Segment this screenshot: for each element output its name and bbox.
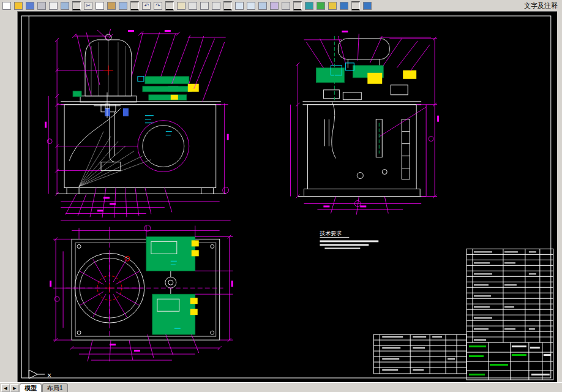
toolbar-icon-glyph <box>363 2 372 10</box>
toolbar-icon-glyph <box>270 2 279 10</box>
toolbar-separator <box>72 1 81 10</box>
toolbar-icon-glyph <box>328 2 337 10</box>
toolbar-icon-glyph <box>177 2 185 10</box>
right-dock <box>557 11 562 383</box>
cut-icon[interactable]: ✂ <box>83 1 94 10</box>
tab-model[interactable]: 模型 <box>20 383 42 392</box>
shade-icon[interactable] <box>304 1 315 10</box>
toolbar-icon-glyph <box>282 2 290 10</box>
title-block <box>466 249 553 380</box>
prev-tab-button[interactable]: ◀ <box>1 384 10 392</box>
cad-application-window: ✂ ↶ ↷ <box>0 0 562 392</box>
toolbar-icon-glyph <box>317 2 325 10</box>
properties-icon[interactable] <box>257 1 268 10</box>
title-block-green-text-marks <box>469 345 526 375</box>
plot-preview-icon[interactable] <box>48 1 59 10</box>
toolbar-icon-glyph <box>340 2 348 10</box>
toolbar-icon-glyph <box>37 2 46 10</box>
toolbar-icon-glyph <box>258 2 267 10</box>
tool-palettes-icon[interactable] <box>280 1 291 10</box>
main-toolbar: ✂ ↶ ↷ <box>0 0 562 12</box>
tab-nav-glyph: ▶ <box>13 386 16 390</box>
copy-icon[interactable] <box>94 1 105 10</box>
ucs-icon: X <box>29 370 51 379</box>
orbit-icon[interactable] <box>315 1 326 10</box>
publish-icon[interactable] <box>59 1 70 10</box>
toolbar-icon-glyph <box>200 2 209 10</box>
toolbar-separator <box>223 1 232 10</box>
toolbar-icon-glyph <box>14 2 23 10</box>
front-view <box>45 29 230 220</box>
layer-properties-icon[interactable] <box>245 1 257 10</box>
toolbar-icon-glyph <box>247 2 255 10</box>
named-views-icon[interactable] <box>327 1 338 10</box>
toolbar-icon-glyph <box>96 2 104 10</box>
paste-icon[interactable] <box>106 1 117 10</box>
designcenter-icon[interactable] <box>269 1 280 10</box>
tab-label: 模型 <box>24 384 37 392</box>
toolbar-icon-glyph <box>61 2 69 10</box>
toolbar-separator <box>165 1 174 10</box>
toolbar-icon-glyph <box>49 2 58 10</box>
toolbar-icon-glyph <box>212 2 220 10</box>
save-icon[interactable] <box>24 1 36 10</box>
toolbar-separator <box>130 1 139 10</box>
zoom-realtime-icon[interactable] <box>187 1 198 10</box>
text-style-icon[interactable] <box>362 1 373 10</box>
open-folder-icon[interactable] <box>13 1 24 10</box>
text-style-combo[interactable]: 文字及注释 <box>520 0 562 11</box>
status-bar: ◀▶ 模型布局1 <box>0 382 562 392</box>
title-block-text-marks <box>474 251 551 375</box>
ucs-x-label: X <box>47 372 51 379</box>
toolbar-icon-glyph: ✂ <box>84 2 92 10</box>
toolbar-icon-glyph <box>107 2 116 10</box>
text-style-label[interactable]: 文字及注释 <box>521 1 561 10</box>
toolbar-icon-glyph <box>189 2 197 10</box>
layers-icon[interactable] <box>234 1 245 10</box>
side-view <box>290 31 439 215</box>
dimension-text-marks <box>45 30 229 212</box>
toolbar-icon-glyph <box>2 2 11 10</box>
tab-label: 布局1 <box>47 384 63 392</box>
toolbar-separator <box>293 1 302 10</box>
plot-icon[interactable] <box>36 1 47 10</box>
tech-requirements: 技术要求 <box>319 230 378 249</box>
toolbar-icon-glyph: ↶ <box>142 2 151 10</box>
left-toolbar-dock <box>0 11 17 383</box>
toolbar-icon-glyph <box>26 2 34 10</box>
render-icon[interactable] <box>339 1 350 10</box>
new-file-icon[interactable] <box>1 1 12 10</box>
plan-view <box>50 225 233 361</box>
next-tab-button[interactable]: ▶ <box>10 384 19 392</box>
toolbar-icon-glyph <box>305 2 313 10</box>
tech-requirements-title: 技术要求 <box>319 230 342 236</box>
drawing-canvas-svg[interactable]: 技术要求 <box>18 12 557 383</box>
pan-icon[interactable] <box>176 1 187 10</box>
toolbar-icon-glyph <box>119 2 127 10</box>
tab-nav-glyph: ◀ <box>4 386 7 390</box>
parts-list-table <box>373 334 466 374</box>
undo-icon[interactable]: ↶ <box>141 1 152 10</box>
redo-icon[interactable]: ↷ <box>152 1 163 10</box>
match-properties-icon[interactable] <box>118 1 129 10</box>
zoom-window-icon[interactable] <box>199 1 210 10</box>
drawing-area[interactable]: 技术要求 <box>17 11 557 383</box>
tab-layout1[interactable]: 布局1 <box>42 383 68 392</box>
toolbar-icon-glyph: ↷ <box>154 2 162 10</box>
toolbar-separator <box>351 1 360 10</box>
toolbar-icon-glyph <box>235 2 244 10</box>
zoom-previous-icon[interactable] <box>211 1 222 10</box>
